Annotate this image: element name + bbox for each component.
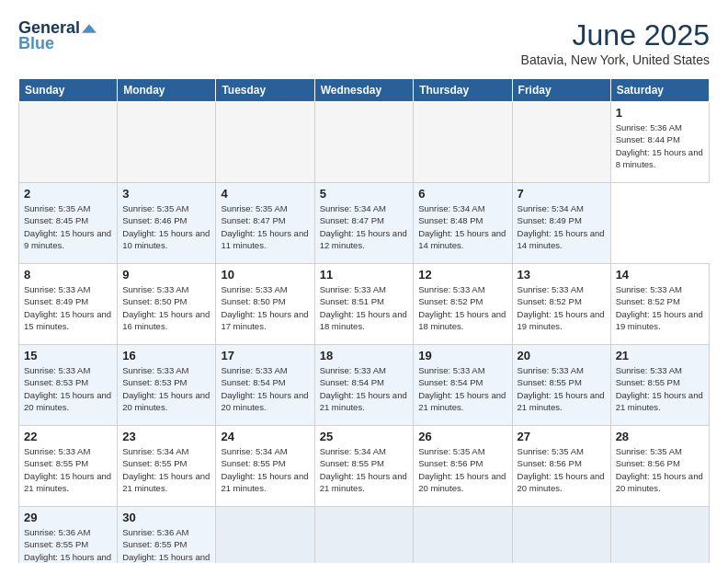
table-row: 29Sunrise: 5:36 AMSunset: 8:55 PMDayligh…: [19, 507, 118, 564]
table-row: 11Sunrise: 5:33 AMSunset: 8:51 PMDayligh…: [314, 264, 414, 345]
day-number: 10: [221, 268, 309, 282]
header-saturday: Saturday: [610, 79, 709, 102]
day-info: Sunrise: 5:36 AMSunset: 8:55 PMDaylight:…: [122, 526, 210, 563]
header-thursday: Thursday: [414, 79, 512, 102]
calendar-week-row: 2Sunrise: 5:35 AMSunset: 8:45 PMDaylight…: [19, 183, 710, 264]
table-row: 9Sunrise: 5:33 AMSunset: 8:50 PMDaylight…: [118, 264, 216, 345]
day-info: Sunrise: 5:35 AMSunset: 8:45 PMDaylight:…: [24, 202, 112, 251]
day-info: Sunrise: 5:33 AMSunset: 8:55 PMDaylight:…: [24, 445, 112, 494]
table-row: 26Sunrise: 5:35 AMSunset: 8:56 PMDayligh…: [414, 426, 512, 507]
day-info: Sunrise: 5:34 AMSunset: 8:49 PMDaylight:…: [518, 202, 606, 251]
table-row: 22Sunrise: 5:33 AMSunset: 8:55 PMDayligh…: [19, 426, 118, 507]
day-info: Sunrise: 5:36 AMSunset: 8:55 PMDaylight:…: [24, 526, 112, 563]
day-info: Sunrise: 5:34 AMSunset: 8:48 PMDaylight:…: [418, 202, 506, 251]
table-row: 4Sunrise: 5:35 AMSunset: 8:47 PMDaylight…: [216, 183, 314, 264]
calendar-table: Sunday Monday Tuesday Wednesday Thursday…: [18, 78, 710, 563]
table-row: 5Sunrise: 5:34 AMSunset: 8:47 PMDaylight…: [314, 183, 414, 264]
day-info: Sunrise: 5:33 AMSunset: 8:53 PMDaylight:…: [24, 364, 112, 413]
day-info: Sunrise: 5:33 AMSunset: 8:54 PMDaylight:…: [221, 364, 309, 413]
day-number: 26: [418, 430, 506, 443]
day-number: 15: [24, 349, 112, 362]
day-number: 25: [320, 430, 409, 443]
logo-icon: [82, 24, 97, 33]
table-row: [512, 102, 610, 183]
day-number: 2: [24, 187, 112, 201]
table-row: 2Sunrise: 5:35 AMSunset: 8:45 PMDaylight…: [19, 183, 118, 264]
day-info: Sunrise: 5:33 AMSunset: 8:49 PMDaylight:…: [24, 283, 112, 332]
day-info: Sunrise: 5:35 AMSunset: 8:46 PMDaylight:…: [122, 202, 210, 251]
day-info: Sunrise: 5:33 AMSunset: 8:51 PMDaylight:…: [320, 283, 409, 332]
day-info: Sunrise: 5:33 AMSunset: 8:52 PMDaylight:…: [418, 283, 506, 332]
day-number: 1: [616, 106, 704, 120]
day-number: 28: [616, 430, 704, 443]
day-info: Sunrise: 5:33 AMSunset: 8:55 PMDaylight:…: [616, 364, 704, 413]
day-number: 11: [320, 268, 409, 282]
table-row: 25Sunrise: 5:34 AMSunset: 8:55 PMDayligh…: [314, 426, 414, 507]
header-sunday: Sunday: [19, 79, 118, 102]
day-number: 29: [24, 511, 112, 524]
day-number: 8: [24, 268, 112, 282]
day-number: 12: [418, 268, 506, 282]
table-row: 18Sunrise: 5:33 AMSunset: 8:54 PMDayligh…: [314, 345, 414, 426]
svg-marker-0: [82, 24, 97, 33]
table-row: [414, 507, 512, 564]
day-number: 14: [616, 268, 704, 282]
day-number: 20: [518, 349, 606, 362]
day-number: 27: [518, 430, 606, 443]
day-info: Sunrise: 5:34 AMSunset: 8:55 PMDaylight:…: [122, 445, 210, 494]
calendar-week-row: 8Sunrise: 5:33 AMSunset: 8:49 PMDaylight…: [19, 264, 710, 345]
day-number: 3: [122, 187, 210, 201]
day-number: 23: [122, 430, 210, 443]
day-info: Sunrise: 5:36 AMSunset: 8:44 PMDaylight:…: [616, 121, 704, 170]
table-row: [118, 102, 216, 183]
header-friday: Friday: [512, 79, 610, 102]
table-row: 3Sunrise: 5:35 AMSunset: 8:46 PMDaylight…: [118, 183, 216, 264]
calendar-header-row: Sunday Monday Tuesday Wednesday Thursday…: [19, 79, 710, 102]
location: Batavia, New York, United States: [521, 52, 710, 67]
day-number: 19: [418, 349, 506, 362]
day-number: 22: [24, 430, 112, 443]
day-number: 7: [518, 187, 606, 201]
table-row: [314, 507, 414, 564]
table-row: 16Sunrise: 5:33 AMSunset: 8:53 PMDayligh…: [118, 345, 216, 426]
table-row: 10Sunrise: 5:33 AMSunset: 8:50 PMDayligh…: [216, 264, 314, 345]
day-number: 4: [221, 187, 309, 201]
table-row: 6Sunrise: 5:34 AMSunset: 8:48 PMDaylight…: [414, 183, 512, 264]
table-row: [512, 507, 610, 564]
day-info: Sunrise: 5:33 AMSunset: 8:54 PMDaylight:…: [320, 364, 409, 413]
table-row: 7Sunrise: 5:34 AMSunset: 8:49 PMDaylight…: [512, 183, 610, 264]
day-number: 21: [616, 349, 704, 362]
day-info: Sunrise: 5:33 AMSunset: 8:52 PMDaylight:…: [616, 283, 704, 332]
calendar-week-row: 1Sunrise: 5:36 AMSunset: 8:44 PMDaylight…: [19, 102, 710, 183]
calendar-week-row: 15Sunrise: 5:33 AMSunset: 8:53 PMDayligh…: [19, 345, 710, 426]
table-row: 19Sunrise: 5:33 AMSunset: 8:54 PMDayligh…: [414, 345, 512, 426]
table-row: 27Sunrise: 5:35 AMSunset: 8:56 PMDayligh…: [512, 426, 610, 507]
day-info: Sunrise: 5:34 AMSunset: 8:47 PMDaylight:…: [320, 202, 409, 251]
day-info: Sunrise: 5:35 AMSunset: 8:56 PMDaylight:…: [518, 445, 606, 494]
day-info: Sunrise: 5:33 AMSunset: 8:52 PMDaylight:…: [518, 283, 606, 332]
header-monday: Monday: [118, 79, 216, 102]
table-row: 21Sunrise: 5:33 AMSunset: 8:55 PMDayligh…: [610, 345, 709, 426]
table-row: 30Sunrise: 5:36 AMSunset: 8:55 PMDayligh…: [118, 507, 216, 564]
table-row: [216, 507, 314, 564]
table-row: 1Sunrise: 5:36 AMSunset: 8:44 PMDaylight…: [610, 102, 709, 183]
table-row: [314, 102, 414, 183]
logo-blue: Blue: [18, 34, 54, 53]
month-title: June 2025: [521, 18, 710, 52]
day-info: Sunrise: 5:33 AMSunset: 8:55 PMDaylight:…: [518, 364, 606, 413]
table-row: [19, 102, 118, 183]
table-row: [216, 102, 314, 183]
calendar-page: General Blue June 2025 Batavia, New York…: [0, 0, 728, 563]
calendar-week-row: 22Sunrise: 5:33 AMSunset: 8:55 PMDayligh…: [19, 426, 710, 507]
table-row: 12Sunrise: 5:33 AMSunset: 8:52 PMDayligh…: [414, 264, 512, 345]
day-info: Sunrise: 5:35 AMSunset: 8:47 PMDaylight:…: [221, 202, 309, 251]
day-info: Sunrise: 5:34 AMSunset: 8:55 PMDaylight:…: [320, 445, 409, 494]
header-tuesday: Tuesday: [216, 79, 314, 102]
title-area: June 2025 Batavia, New York, United Stat…: [521, 18, 710, 67]
day-info: Sunrise: 5:35 AMSunset: 8:56 PMDaylight:…: [616, 445, 704, 494]
header: General Blue June 2025 Batavia, New York…: [18, 18, 710, 67]
day-number: 16: [122, 349, 210, 362]
table-row: 24Sunrise: 5:34 AMSunset: 8:55 PMDayligh…: [216, 426, 314, 507]
day-number: 9: [122, 268, 210, 282]
day-info: Sunrise: 5:35 AMSunset: 8:56 PMDaylight:…: [418, 445, 506, 494]
